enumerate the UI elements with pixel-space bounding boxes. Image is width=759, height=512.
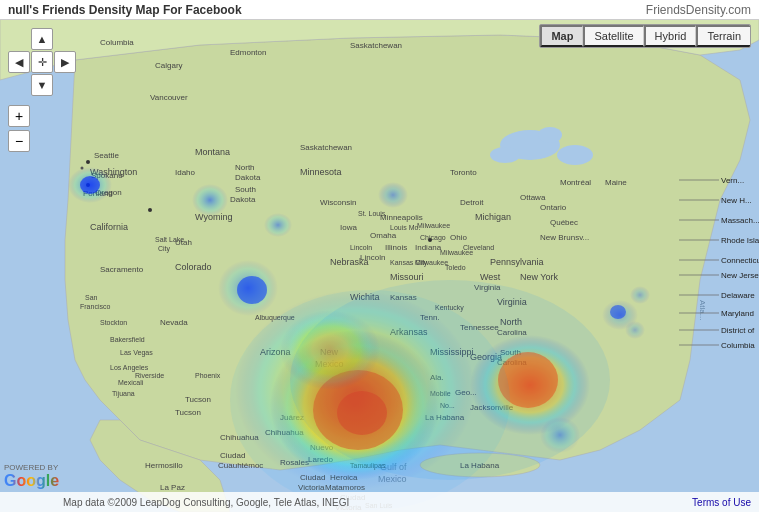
svg-text:Saskatchewan: Saskatchewan [350,41,402,50]
svg-text:Tijuana: Tijuana [112,390,135,398]
google-logo: Google [4,472,59,490]
pan-down-button[interactable]: ▼ [31,74,53,96]
svg-text:Edmonton: Edmonton [230,48,266,57]
svg-text:Minnesota: Minnesota [300,167,342,177]
svg-text:Minneapolis: Minneapolis [380,213,423,222]
svg-text:Ciudad: Ciudad [220,451,245,460]
svg-text:No...: No... [440,402,455,409]
svg-text:Tennessee: Tennessee [460,323,499,332]
svg-text:Wichita: Wichita [350,292,380,302]
svg-text:Colorado: Colorado [175,262,212,272]
svg-text:Albuquerque: Albuquerque [255,314,295,322]
title-bar: null's Friends Density Map For Facebook … [0,0,759,20]
satellite-button[interactable]: Satellite [583,25,643,47]
svg-text:Detroit: Detroit [460,198,484,207]
svg-text:Mexico: Mexico [378,474,407,484]
svg-text:St. Louis: St. Louis [358,210,386,217]
svg-text:Wisconsin: Wisconsin [320,198,356,207]
pan-left-button[interactable]: ◀ [8,51,30,73]
map-button[interactable]: Map [540,25,583,47]
powered-by-text: POWERED BY [4,463,59,472]
pan-right-button[interactable]: ▶ [54,51,76,73]
svg-text:Tenn.: Tenn. [420,313,440,322]
svg-text:Arizona: Arizona [260,347,291,357]
map-type-buttons: Map Satellite Hybrid Terrain [539,24,751,48]
hybrid-button[interactable]: Hybrid [644,25,697,47]
svg-text:North: North [235,163,255,172]
svg-text:Virginia: Virginia [474,283,501,292]
svg-text:Hermosillo: Hermosillo [145,461,183,470]
svg-text:Wyoming: Wyoming [195,212,232,222]
powered-by-section: POWERED BY Google [4,463,59,490]
svg-text:Idaho: Idaho [175,168,196,177]
svg-text:San: San [85,294,98,301]
svg-text:Lincoln: Lincoln [360,253,385,262]
svg-text:Seattle: Seattle [94,151,119,160]
svg-text:Ottawa: Ottawa [520,193,546,202]
svg-text:Geo...: Geo... [455,388,477,397]
svg-text:Omaha: Omaha [370,231,397,240]
bottom-bar: Map data ©2009 LeapDog Consulting, Googl… [0,492,759,512]
svg-text:Iowa: Iowa [340,223,357,232]
svg-text:Mexicali: Mexicali [118,379,144,386]
svg-text:Chihuahua: Chihuahua [265,428,304,437]
svg-text:Mississippi: Mississippi [430,347,474,357]
svg-text:Juárez: Juárez [280,413,304,422]
svg-text:Portland: Portland [83,189,113,198]
svg-text:Indiana: Indiana [415,243,442,252]
zoom-in-button[interactable]: + [8,105,30,127]
svg-text:Missouri: Missouri [390,272,424,282]
svg-point-7 [557,145,593,165]
pan-empty-bl [8,74,30,96]
svg-text:Ala.: Ala. [430,373,444,382]
svg-text:South: South [235,185,256,194]
zoom-out-button[interactable]: − [8,130,30,152]
svg-text:Jacksonville: Jacksonville [470,403,514,412]
pan-center-button[interactable]: ✛ [31,51,53,73]
svg-text:Carolina: Carolina [497,358,527,367]
svg-text:Mobile: Mobile [430,390,451,397]
terms-of-use[interactable]: Terms of Use [692,497,751,508]
svg-text:Saskatchewan: Saskatchewan [300,143,352,152]
svg-text:California: California [90,222,128,232]
svg-text:Dakota: Dakota [235,173,261,182]
svg-text:Matamoros: Matamoros [325,483,365,492]
svg-text:Laredo: Laredo [308,455,333,464]
svg-text:Los Angeles: Los Angeles [110,364,149,372]
svg-text:New Brunsv...: New Brunsv... [540,233,589,242]
svg-text:North: North [500,317,522,327]
svg-text:Pennsylvania: Pennsylvania [490,257,544,267]
pan-empty-tr [54,28,76,50]
svg-text:Ciudad: Ciudad [300,473,325,482]
svg-text:Las Vegas: Las Vegas [120,349,153,357]
svg-text:South: South [500,348,521,357]
svg-text:Kansas: Kansas [390,293,417,302]
svg-text:Victoria: Victoria [298,483,325,492]
map-copyright: Map data ©2009 LeapDog Consulting, Googl… [63,497,692,508]
svg-text:Nevada: Nevada [160,318,188,327]
svg-text:New: New [320,347,339,357]
svg-text:Arkansas: Arkansas [390,327,428,337]
svg-text:Cuauhtémoc: Cuauhtémoc [218,461,263,470]
svg-text:Toronto: Toronto [450,168,477,177]
svg-text:Spokane: Spokane [91,171,123,180]
svg-text:Dakota: Dakota [230,195,256,204]
svg-text:Mexico: Mexico [315,359,344,369]
svg-text:Columbia: Columbia [100,38,134,47]
svg-text:Montana: Montana [195,147,230,157]
pan-controls: ▲ ◀ ✛ ▶ ▼ [8,28,76,96]
svg-text:Louis Mo.: Louis Mo. [390,224,420,231]
svg-text:Milwaukee: Milwaukee [417,222,450,229]
pan-empty-br [54,74,76,96]
pan-empty-tl [8,28,30,50]
terrain-button[interactable]: Terrain [696,25,750,47]
svg-text:La Paz: La Paz [160,483,185,492]
svg-text:Heroica: Heroica [330,473,358,482]
svg-text:Milwaukee: Milwaukee [415,259,448,266]
svg-text:Chihuahua: Chihuahua [220,433,259,442]
svg-text:Phoenix: Phoenix [195,372,221,379]
svg-text:City: City [158,245,171,253]
svg-point-103 [81,167,84,170]
svg-text:Riverside: Riverside [135,372,164,379]
pan-up-button[interactable]: ▲ [31,28,53,50]
